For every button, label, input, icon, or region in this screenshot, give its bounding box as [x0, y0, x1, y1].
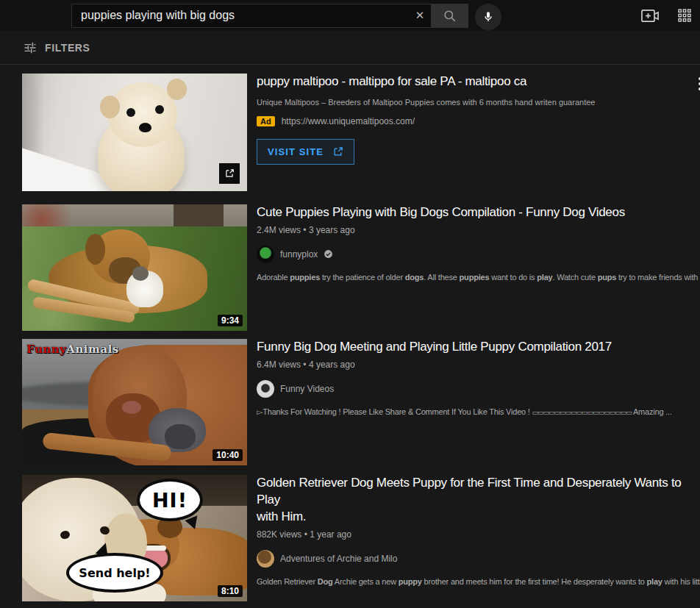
- external-link-badge: [219, 163, 240, 184]
- channel-watermark: FunnyAnimals: [26, 343, 119, 356]
- video-title[interactable]: Funny Big Dog Meeting and Playing Little…: [257, 339, 700, 356]
- video-title[interactable]: Cute Puppies Playing with Big Dogs Compi…: [257, 204, 700, 221]
- video-meta: 6.4M views • 4 years ago: [257, 360, 700, 370]
- ad-info: puppy maltipoo - maltippo for sale PA - …: [257, 74, 700, 191]
- external-link-icon: [332, 146, 343, 157]
- channel-name[interactable]: Funny Videos: [280, 384, 334, 394]
- result-video-1: 9:34 Cute Puppies Playing with Big Dogs …: [22, 204, 700, 331]
- video-thumbnail[interactable]: 9:34: [22, 204, 247, 331]
- visit-site-button[interactable]: VISIT SITE: [257, 139, 354, 165]
- create-video-icon[interactable]: [641, 10, 659, 22]
- video-thumbnail[interactable]: FunnyAnimals 10:40: [22, 339, 247, 465]
- thumbnail-art: [165, 424, 196, 449]
- apps-grid-icon[interactable]: [678, 9, 691, 22]
- speech-bubble-hi: HI!: [137, 479, 203, 521]
- search-area: ✕: [71, 4, 501, 28]
- thumbnail-art: [122, 401, 141, 414]
- channel-avatar[interactable]: [257, 380, 274, 398]
- thumbnail-art: [126, 108, 135, 117]
- thumbnail-art: [155, 105, 164, 114]
- ad-thumbnail[interactable]: [22, 74, 247, 191]
- microphone-icon: [482, 11, 494, 23]
- more-options-icon[interactable]: [696, 77, 700, 90]
- ad-description: Unique Maltipoos – Breeders of Maltipoo …: [257, 98, 700, 107]
- duration-badge: 9:34: [218, 315, 243, 326]
- video-meta: 882K views • 1 year ago: [257, 529, 700, 540]
- result-video-3: HI! Send help! 8:10 Golden Retriever Dog…: [22, 475, 700, 601]
- thumbnail-art: [139, 123, 151, 132]
- channel-row[interactable]: Funny Videos: [257, 380, 700, 398]
- channel-avatar[interactable]: [257, 550, 274, 568]
- search-input[interactable]: [72, 9, 409, 22]
- thumbnail-art: [167, 79, 187, 100]
- result-video-2: FunnyAnimals 10:40 Funny Big Dog Meeting…: [22, 339, 700, 465]
- thumbnail-art: [100, 96, 120, 118]
- channel-name[interactable]: funnyplox: [280, 249, 318, 260]
- masthead-actions: [641, 0, 691, 31]
- masthead: ✕: [0, 0, 700, 31]
- filters-tune-icon: [23, 40, 38, 55]
- ad-url-row: Ad https://www.uniquemaltipoos.com/: [257, 116, 700, 126]
- result-ad-maltipoo: puppy maltipoo - maltippo for sale PA - …: [22, 74, 700, 191]
- duration-badge: 8:10: [218, 585, 243, 597]
- voice-search-button[interactable]: [475, 4, 501, 30]
- video-info: Cute Puppies Playing with Big Dogs Compi…: [257, 204, 700, 331]
- video-info: Golden Retriever Dog Meets Puppy for the…: [257, 475, 700, 601]
- video-title[interactable]: Golden Retriever Dog Meets Puppy for the…: [257, 475, 700, 526]
- video-description: ▻Thanks For Watching ! Please Like Share…: [257, 407, 700, 417]
- video-meta: 2.4M views • 3 years ago: [257, 225, 700, 235]
- verified-badge-icon: [324, 249, 333, 259]
- duration-badge: 10:40: [213, 449, 243, 461]
- thumbnail-art: [132, 266, 149, 281]
- search-results: puppy maltipoo - maltippo for sale PA - …: [0, 65, 700, 601]
- search-button[interactable]: [432, 4, 468, 28]
- ad-title[interactable]: puppy maltipoo - maltippo for sale PA - …: [257, 74, 700, 90]
- visit-site-label: VISIT SITE: [268, 146, 324, 157]
- thumbnail-art: [85, 234, 105, 265]
- video-info: Funny Big Dog Meeting and Playing Little…: [257, 339, 700, 465]
- channel-row[interactable]: Adventures of Archie and Milo: [257, 550, 700, 568]
- search-icon: [443, 9, 457, 23]
- search-box[interactable]: ✕: [71, 4, 432, 28]
- ad-display-url[interactable]: https://www.uniquemaltipoos.com/: [282, 116, 415, 126]
- speech-bubble-send-help: Send help!: [66, 553, 163, 593]
- channel-row[interactable]: funnyplox: [257, 246, 700, 263]
- clear-search-icon[interactable]: ✕: [409, 9, 431, 22]
- filters-bar[interactable]: FILTERS: [0, 31, 700, 65]
- video-description: Adorable puppies try the patience of old…: [257, 273, 700, 282]
- channel-avatar[interactable]: [257, 246, 274, 263]
- channel-name[interactable]: Adventures of Archie and Milo: [280, 554, 397, 564]
- video-description: Golden Retriever Dog Archie gets a new p…: [257, 577, 700, 586]
- ad-badge: Ad: [257, 116, 275, 126]
- filters-label: FILTERS: [45, 42, 90, 54]
- video-thumbnail[interactable]: HI! Send help! 8:10: [22, 475, 247, 601]
